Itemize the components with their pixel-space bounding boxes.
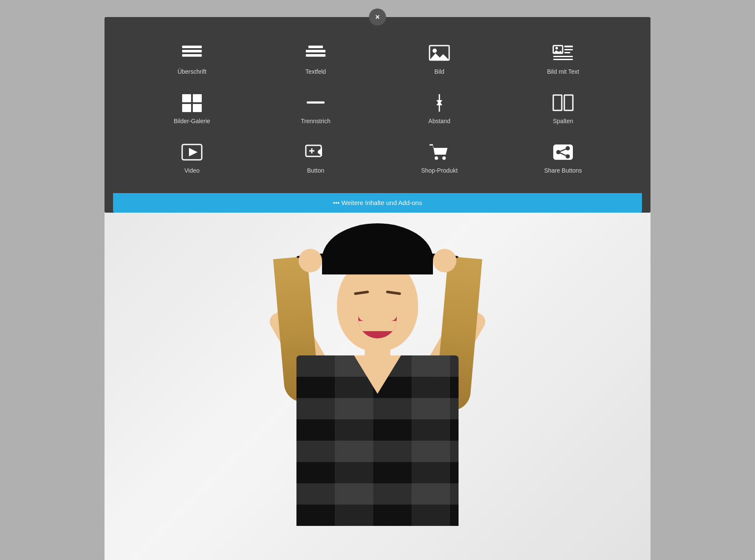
cart-icon [427, 141, 452, 163]
grid-item-bilder-galerie[interactable]: Bilder-Galerie [130, 84, 254, 133]
svg-rect-11 [564, 49, 573, 50]
uberschrift-label: Überschrift [177, 68, 206, 75]
heading-icon [179, 43, 205, 64]
vneck [354, 355, 401, 394]
trennstrich-label: Trennstrich [301, 118, 331, 124]
grid-item-video[interactable]: Video [130, 133, 254, 182]
spacing-icon [427, 92, 452, 113]
text-icon [303, 43, 328, 64]
grid-item-share-buttons[interactable]: Share Buttons [501, 133, 625, 182]
svg-rect-4 [306, 50, 325, 52]
items-grid: Überschrift Textfeld [113, 30, 642, 191]
bild-mit-text-label: Bild mit Text [547, 68, 579, 75]
svg-rect-13 [553, 56, 573, 57]
photo-background [105, 213, 650, 560]
svg-rect-16 [193, 94, 202, 102]
svg-rect-15 [182, 94, 191, 102]
columns-icon [550, 92, 576, 113]
page-wrapper: × Überschrift [105, 0, 650, 560]
content-image-area [105, 213, 650, 560]
grid-item-textfeld[interactable]: Textfeld [254, 34, 378, 84]
hand-left [299, 249, 322, 272]
teeth [358, 321, 397, 331]
svg-rect-5 [306, 54, 325, 57]
share-buttons-label: Share Buttons [544, 167, 582, 174]
person-figure [228, 223, 527, 560]
gallery-icon [179, 92, 205, 113]
textfeld-label: Textfeld [305, 68, 326, 75]
svg-rect-10 [564, 46, 573, 47]
image-icon [427, 43, 452, 64]
bilder-galerie-label: Bilder-Galerie [174, 118, 210, 124]
button-label: Button [307, 167, 324, 174]
video-label: Video [184, 167, 200, 174]
svg-rect-18 [193, 104, 202, 112]
share-icon [550, 141, 576, 163]
svg-rect-19 [307, 101, 325, 104]
more-content-bar[interactable]: ••• Weitere Inhalte und Add-ons [113, 193, 642, 213]
svg-point-7 [433, 49, 437, 53]
close-button[interactable]: × [369, 9, 386, 26]
grid-item-bild-mit-text[interactable]: Bild mit Text [501, 34, 625, 84]
grid-item-abstand[interactable]: Abstand [378, 84, 501, 133]
svg-rect-12 [564, 52, 570, 53]
grid-item-spalten[interactable]: Spalten [501, 84, 625, 133]
more-bar-label: ••• Weitere Inhalte und Add-ons [333, 199, 422, 206]
svg-rect-24 [553, 95, 562, 110]
bild-label: Bild [434, 68, 444, 75]
grid-item-button[interactable]: Button [254, 133, 378, 182]
svg-point-9 [555, 47, 558, 49]
button-icon [303, 141, 328, 163]
divider-icon [303, 92, 328, 113]
torso [296, 355, 459, 526]
eye-right [386, 291, 401, 295]
svg-marker-27 [189, 148, 197, 156]
image-text-icon [550, 43, 576, 64]
hand-right [433, 249, 456, 272]
grid-item-bild[interactable]: Bild [378, 34, 501, 84]
modal-panel: Überschrift Textfeld [105, 17, 650, 213]
svg-rect-1 [182, 50, 202, 52]
shop-produkt-label: Shop-Produkt [421, 167, 458, 174]
grid-item-trennstrich[interactable]: Trennstrich [254, 84, 378, 133]
svg-rect-25 [564, 95, 573, 110]
svg-point-32 [435, 156, 438, 160]
svg-point-33 [442, 156, 446, 160]
spalten-label: Spalten [553, 118, 573, 124]
svg-rect-34 [553, 144, 573, 160]
svg-rect-3 [308, 46, 323, 48]
grid-item-shop-produkt[interactable]: Shop-Produkt [378, 133, 501, 182]
svg-rect-17 [182, 104, 191, 112]
video-icon [179, 141, 205, 163]
svg-rect-14 [553, 59, 573, 60]
hat-dome [322, 223, 433, 274]
eye-left [354, 291, 369, 295]
svg-rect-0 [182, 46, 202, 48]
close-button-wrapper: × [105, 0, 650, 17]
abstand-label: Abstand [428, 118, 450, 124]
grid-item-uberschrift[interactable]: Überschrift [130, 34, 254, 84]
svg-rect-2 [182, 54, 202, 57]
upper-lip [358, 315, 397, 321]
mouth [358, 315, 397, 338]
